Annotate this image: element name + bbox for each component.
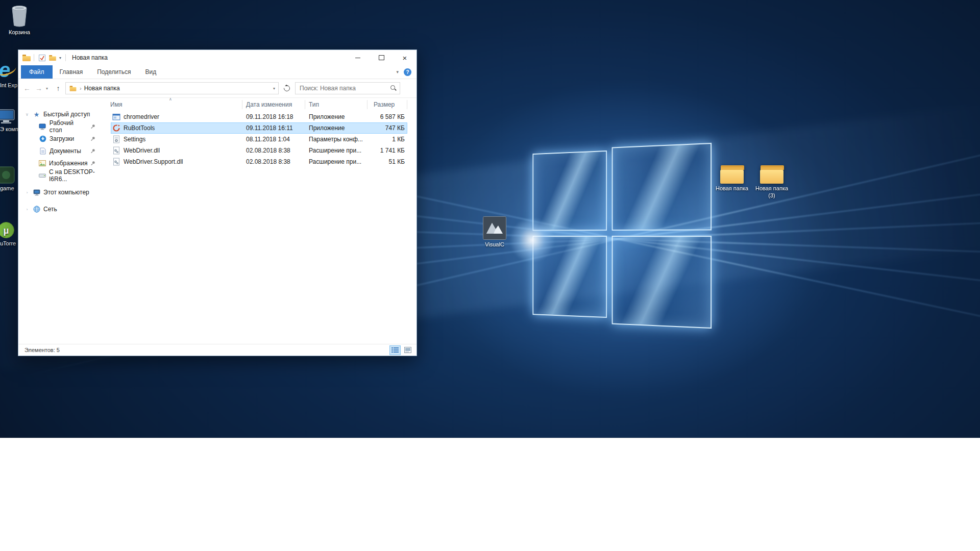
pin-icon (90, 161, 95, 166)
chevron-down-icon[interactable]: ∨ (24, 112, 30, 117)
tab-home[interactable]: Главная (53, 65, 90, 79)
recent-locations-dropdown[interactable]: ▾ (46, 86, 51, 91)
sidebar-item-this-pc[interactable]: › Этот компьютер (18, 186, 102, 198)
breadcrumb[interactable]: Новая папка (84, 85, 120, 92)
desktop-icon-new-folder-3[interactable]: Новая папка (3) (751, 165, 792, 199)
ribbon-tabs: Файл Главная Поделиться Вид ▾ ? (18, 65, 416, 79)
up-button[interactable]: ↑ (54, 84, 63, 92)
back-button[interactable]: ← (22, 84, 32, 92)
downloads-icon (39, 135, 46, 142)
column-header-date[interactable]: Дата изменения (242, 100, 305, 109)
sidebar-item-quick-access[interactable]: ∨ ★ Быстрый доступ (18, 108, 102, 120)
details-view-button[interactable] (389, 345, 401, 355)
titlebar[interactable]: ▾ Новая папка × (18, 50, 416, 65)
folder-icon (49, 55, 56, 60)
maximize-button[interactable] (370, 50, 393, 65)
dll-file-icon (112, 146, 120, 155)
maximize-icon (379, 55, 384, 60)
visualc-icon (475, 216, 514, 240)
details-view-icon (391, 347, 399, 353)
internet-explorer-icon: e (0, 60, 19, 81)
desktop-icon-internet-explorer[interactable]: e Int Exp (0, 60, 19, 89)
sidebar-item-documents[interactable]: Документы (18, 145, 102, 157)
desktop-icon-game[interactable]: game (0, 166, 19, 192)
file-type: Приложение (305, 124, 368, 132)
thumbnails-view-icon (404, 347, 411, 353)
thumbnails-view-button[interactable] (402, 345, 413, 355)
desktop-icon-utorrent[interactable]: µ uTorre (0, 221, 19, 247)
sidebar-item-c-drive[interactable]: C на DESKTOP-I6R6... (18, 169, 102, 182)
chevron-right-icon[interactable]: › (24, 207, 30, 212)
file-name: WebDriver.Support.dll (124, 158, 183, 165)
column-header-size[interactable]: Размер (368, 100, 407, 109)
tab-share[interactable]: Поделиться (90, 65, 138, 79)
desktop: Корзина e Int Exp Э комп game (0, 0, 980, 551)
qat-new-folder-button[interactable] (47, 55, 58, 61)
column-header-type[interactable]: Тип (305, 100, 368, 109)
file-name: Settings (124, 136, 145, 143)
search-box[interactable] (295, 82, 400, 94)
sidebar-item-desktop[interactable]: Рабочий стол (18, 120, 102, 133)
breadcrumb-separator-icon: › (80, 85, 82, 91)
file-row[interactable]: Settings 08.11.2018 1:04 Параметры конф.… (111, 134, 407, 145)
status-bar: Элементов: 5 (18, 344, 416, 356)
sidebar-item-label: Этот компьютер (43, 189, 89, 196)
window-title: Новая папка (72, 54, 108, 61)
file-row[interactable]: WebDriver.Support.dll 02.08.2018 8:38 Ра… (111, 156, 407, 167)
qat-properties-button[interactable] (37, 55, 47, 61)
desktop-icon-recycle-bin[interactable]: Корзина (1, 4, 38, 36)
search-input[interactable] (299, 84, 390, 92)
file-size: 6 587 КБ (368, 113, 407, 120)
desktop-icon-label: game (0, 185, 19, 192)
file-size: 1 741 КБ (368, 147, 407, 154)
recycle-bin-icon (1, 4, 38, 28)
desktop-icon-this-pc[interactable]: Э комп (0, 109, 19, 133)
desktop-icon-visualc[interactable]: VisualC (475, 216, 514, 248)
file-date: 09.11.2018 16:11 (242, 124, 305, 132)
desktop-icon-new-folder[interactable]: Новая папка (712, 165, 752, 192)
desktop-icon-label: Новая папка (712, 185, 752, 192)
address-bar[interactable]: › Новая папка ▾ (65, 82, 279, 94)
light-flare (508, 218, 556, 262)
file-list: ∧ Имя Дата изменения Тип Размер chromedr… (102, 98, 416, 344)
file-row-selected[interactable]: RuBotTools 09.11.2018 16:11 Приложение 7… (111, 122, 407, 134)
minimize-icon (355, 58, 360, 58)
sidebar-item-label: Сеть (43, 206, 57, 213)
sidebar-item-downloads[interactable]: Загрузки (18, 133, 102, 145)
minimize-button[interactable] (346, 50, 370, 65)
this-pc-icon (33, 189, 40, 196)
close-button[interactable]: × (393, 50, 416, 65)
utorrent-icon: µ (0, 221, 19, 239)
folder-icon (712, 165, 752, 184)
file-size: 1 КБ (368, 136, 407, 143)
file-name: WebDriver.dll (124, 147, 160, 154)
file-date: 02.08.2018 8:38 (242, 158, 305, 165)
file-type: Параметры конф... (305, 136, 368, 143)
rubottools-icon (112, 124, 120, 132)
pin-icon (90, 124, 95, 129)
chevron-right-icon[interactable]: › (24, 190, 30, 195)
tab-file[interactable]: Файл (21, 65, 53, 79)
help-button[interactable]: ? (404, 68, 411, 76)
file-row[interactable]: chromedriver 09.11.2018 16:18 Приложение… (111, 111, 407, 122)
forward-button[interactable]: → (34, 84, 43, 92)
documents-icon (39, 147, 46, 155)
file-size: 747 КБ (368, 124, 407, 132)
refresh-button[interactable] (281, 85, 292, 91)
file-type: Расширение при... (305, 158, 368, 165)
desktop-icon-label: uTorre (0, 240, 19, 247)
file-row[interactable]: WebDriver.dll 02.08.2018 8:38 Расширение… (111, 145, 407, 156)
ribbon-collapse-icon[interactable]: ▾ (396, 69, 399, 74)
refresh-icon (283, 84, 291, 93)
dll-file-icon (112, 158, 120, 166)
sidebar-item-pictures[interactable]: Изображения (18, 157, 102, 169)
network-icon (33, 206, 40, 213)
qat-customize-dropdown[interactable]: ▾ (58, 56, 62, 60)
file-name: RuBotTools (124, 124, 155, 132)
item-count: Элементов: 5 (24, 347, 60, 353)
sidebar-item-network[interactable]: › Сеть (18, 203, 102, 215)
tab-view[interactable]: Вид (138, 65, 163, 79)
address-dropdown-icon[interactable]: ▾ (273, 86, 275, 91)
column-header-name[interactable]: Имя (102, 100, 242, 109)
file-date: 02.08.2018 8:38 (242, 147, 305, 154)
